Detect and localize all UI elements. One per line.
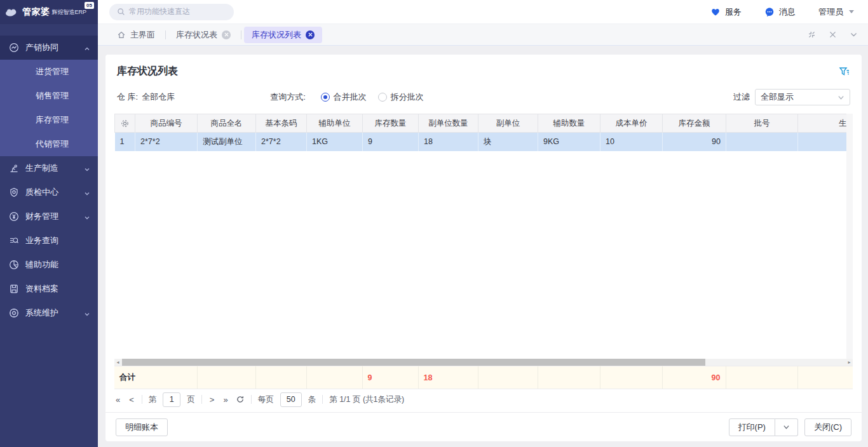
column-header[interactable]: 库存数量 — [363, 114, 419, 133]
sidebar-subitem-inventory-mgmt[interactable]: 库存管理 — [0, 108, 98, 132]
scroll-right-arrow[interactable]: ▸ — [846, 359, 853, 366]
sidebar-subitem-label: 库存管理 — [36, 114, 90, 126]
tab-home-label: 主界面 — [130, 29, 155, 41]
column-settings-header[interactable] — [115, 114, 135, 133]
page-title: 库存状况列表 — [117, 65, 178, 78]
prev-page-button[interactable]: < — [128, 395, 135, 404]
table-cell[interactable] — [798, 133, 853, 151]
chevron-down-icon — [84, 165, 90, 171]
totals-cell — [478, 366, 538, 389]
page-number-input[interactable]: 1 — [163, 392, 180, 407]
auxiliary-functions-icon — [9, 260, 19, 270]
sidebar-item-data-archive[interactable]: 资料档案 — [0, 277, 98, 301]
sidebar-item-auxiliary-functions[interactable]: 辅助功能 — [0, 253, 98, 277]
tab-bar: 主界面 库存状况表 库存状况列表 — [98, 24, 868, 46]
filter-funnel-icon[interactable] — [839, 66, 850, 77]
tab-inventory-status[interactable]: 库存状况表 — [168, 27, 238, 43]
search-input[interactable]: 常用功能快速直达 — [109, 4, 234, 20]
sidebar: 管家婆 辉煌智造ERP 05 产销协同进货管理销售管理库存管理代销管理生产制造质… — [0, 0, 98, 447]
first-page-button[interactable]: « — [114, 395, 121, 404]
column-header[interactable]: 副单位数量 — [419, 114, 478, 133]
brand-logo: 管家婆 辉煌智造ERP 05 — [0, 0, 98, 24]
table-cell[interactable]: 9KG — [538, 133, 600, 151]
sidebar-subitem-consignment-mgmt[interactable]: 代销管理 — [0, 132, 98, 156]
sidebar-subitem-purchase-mgmt[interactable]: 进货管理 — [0, 60, 98, 84]
totals-cell: 9 — [362, 366, 418, 389]
vertical-scrollbar[interactable] — [846, 114, 853, 359]
table-cell[interactable] — [726, 133, 798, 151]
table-cell[interactable]: 2*7*2 — [135, 133, 198, 151]
column-header[interactable]: 商品全名 — [198, 114, 256, 133]
radio-merge-batches[interactable]: 合并批次 — [321, 91, 367, 103]
messages-link[interactable]: 消息 — [764, 6, 796, 18]
table-row[interactable]: 12*7*2测试副单位2*7*21KG918块9KG1090 — [115, 133, 853, 151]
column-header[interactable]: 生 — [798, 114, 853, 133]
produce-sales-collab-icon — [9, 43, 19, 53]
restore-icon[interactable] — [808, 30, 816, 39]
sidebar-item-business-query[interactable]: 业务查询 — [0, 229, 98, 253]
last-page-button[interactable]: » — [222, 395, 229, 404]
tab-label: 库存状况列表 — [252, 29, 301, 41]
print-button[interactable]: 打印(P) — [729, 418, 775, 436]
brand-suffix: 辉煌智造ERP — [52, 8, 87, 17]
tab-close-icon[interactable] — [222, 30, 231, 39]
user-menu[interactable]: 管理员 — [818, 6, 854, 18]
table-cell[interactable]: 测试副单位 — [198, 133, 256, 151]
top-bar: 常用功能快速直达 服务 消息 管理员 — [98, 0, 868, 24]
table-cell[interactable]: 2*7*2 — [256, 133, 307, 151]
radio-selected-icon — [321, 93, 330, 102]
sidebar-submenu: 进货管理销售管理库存管理代销管理 — [0, 60, 98, 156]
column-header[interactable]: 成本单价 — [600, 114, 663, 133]
table-cell[interactable]: 块 — [478, 133, 538, 151]
tab-inventory-status-list[interactable]: 库存状况列表 — [244, 27, 322, 43]
heart-icon — [710, 7, 721, 17]
per-page-unit: 条 — [308, 394, 316, 405]
sidebar-subitem-sales-mgmt[interactable]: 销售管理 — [0, 84, 98, 108]
sidebar-item-production-mfg[interactable]: 生产制造 — [0, 156, 98, 180]
search-placeholder: 常用功能快速直达 — [129, 6, 190, 17]
next-page-button[interactable]: > — [208, 395, 216, 404]
radio-split-batches[interactable]: 拆分批次 — [378, 91, 424, 103]
sidebar-subitem-label: 销售管理 — [36, 90, 90, 102]
sidebar-item-finance-mgmt[interactable]: 财务管理 — [0, 204, 98, 229]
sidebar-item-produce-sales-collab[interactable]: 产销协同 — [0, 36, 98, 60]
column-header[interactable]: 库存金额 — [663, 114, 726, 133]
scrollbar-thumb[interactable] — [122, 359, 705, 366]
tab-home[interactable]: 主界面 — [109, 27, 163, 43]
table-cell[interactable]: 18 — [419, 133, 478, 151]
chevron-down-icon[interactable] — [850, 30, 858, 39]
table-cell[interactable]: 1KG — [307, 133, 363, 151]
radio-split-label: 拆分批次 — [391, 91, 424, 103]
table-cell[interactable]: 90 — [663, 133, 726, 151]
data-archive-icon — [9, 284, 19, 294]
close-button[interactable]: 关闭(C) — [804, 418, 851, 436]
scroll-left-arrow[interactable]: ◂ — [114, 359, 121, 366]
sidebar-subitem-label: 进货管理 — [36, 66, 90, 77]
service-link[interactable]: 服务 — [710, 6, 742, 18]
column-header[interactable]: 辅助数量 — [538, 114, 600, 133]
column-header[interactable]: 副单位 — [478, 114, 538, 133]
column-header[interactable]: 基本条码 — [256, 114, 307, 133]
totals-cell — [600, 366, 662, 389]
sidebar-item-label: 财务管理 — [25, 211, 84, 222]
filter-select[interactable]: 全部显示 — [755, 89, 850, 105]
detail-ledger-button[interactable]: 明细账本 — [116, 418, 168, 436]
tab-close-icon[interactable] — [306, 30, 315, 39]
warehouse-value[interactable]: 全部仓库 — [142, 91, 175, 103]
sidebar-subitem-label: 代销管理 — [36, 138, 90, 150]
row-index-cell[interactable]: 1 — [115, 133, 135, 151]
tab-separator — [165, 30, 166, 39]
column-header[interactable]: 批号 — [726, 114, 798, 133]
page-size-input[interactable]: 50 — [280, 392, 302, 407]
table-cell[interactable]: 9 — [363, 133, 419, 151]
table-cell[interactable]: 10 — [600, 133, 663, 151]
refresh-icon[interactable] — [236, 395, 245, 404]
print-dropdown-button[interactable] — [775, 418, 798, 436]
column-header[interactable]: 辅助单位 — [307, 114, 363, 133]
sidebar-item-quality-center[interactable]: 质检中心 — [0, 180, 98, 204]
column-header[interactable]: 商品编号 — [135, 114, 198, 133]
sidebar-item-system-maintenance[interactable]: 系统维护 — [0, 301, 98, 325]
chevron-down-icon — [84, 310, 90, 316]
close-icon[interactable] — [829, 30, 837, 39]
sidebar-item-label: 生产制造 — [25, 163, 84, 174]
